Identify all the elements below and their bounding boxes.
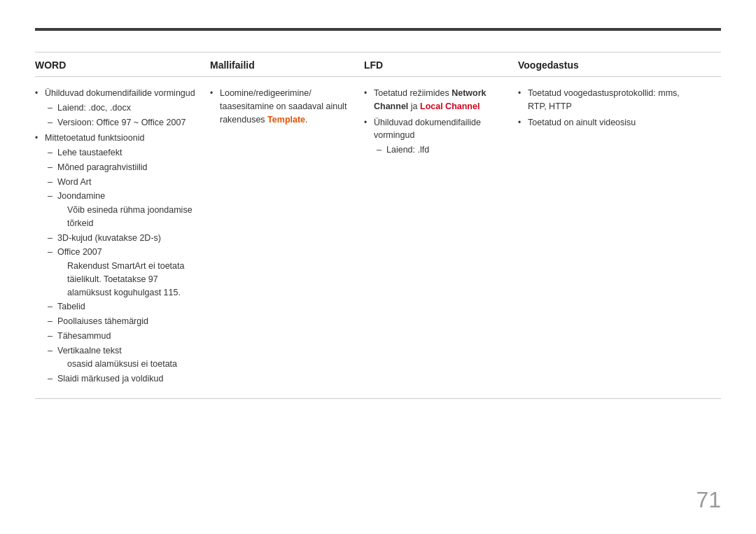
voogedastus-text-1: Toetatud voogedastusprotokollid: mms, RT… — [528, 88, 680, 111]
voogedastus-column: Toetatud voogedastusprotokollid: mms, RT… — [511, 87, 707, 388]
word-item-1-dashes: Laiend: .doc, .docx Versioon: Office 97 … — [48, 101, 196, 129]
mallifailid-column: Loomine/redigeerimine/ taasesitamine on … — [203, 87, 357, 388]
voogedastus-item-2: Toetatud on ainult videosisu — [518, 116, 700, 129]
word-dash-slaidi: Slaidi märkused ja voldikud — [48, 372, 196, 386]
mallifailid-item-1: Loomine/redigeerimine/ taasesitamine on … — [210, 87, 350, 126]
word-dash-moned: Mõned paragrahvistiilid — [48, 161, 196, 174]
lfd-text-1: Toetatud režiimides Network Channel ja L… — [374, 88, 486, 111]
lfd-bullet-list: Toetatud režiimides Network Channel ja L… — [364, 87, 504, 157]
word-dash-wordart: Word Art — [48, 176, 196, 189]
word-dash-office: Office 2007 Rakendust SmartArt ei toetat… — [48, 246, 196, 299]
mallifailid-bullet-list: Loomine/redigeerimine/ taasesitamine on … — [210, 87, 350, 126]
table-body: Ühilduvad dokumendifailide vormingud Lai… — [35, 77, 721, 399]
word-item-2: Mittetoetatud funktsioonid Lehe taustaef… — [35, 132, 196, 386]
word-dash-poollaiuses: Poollaiuses tähemärgid — [48, 315, 196, 328]
word-item-2-dashes: Lehe taustaefekt Mõned paragrahvistiilid… — [48, 146, 196, 386]
word-sub-vertikaalne: osasid alamüksusi ei toetata — [57, 358, 196, 371]
word-dash-tahesammud: Tähesammud — [48, 330, 196, 343]
col-header-voogedastus: Voogedastus — [511, 59, 707, 71]
lfd-dashes: Laiend: .lfd — [377, 143, 504, 157]
word-column: Ühilduvad dokumendifailide vormingud Lai… — [35, 87, 203, 388]
page-number: 71 — [696, 487, 721, 513]
local-channel-label: Local Channel — [420, 101, 479, 111]
lfd-item-2: Ühilduvad dokumendifailide vormingud Lai… — [364, 116, 504, 157]
word-item-1: Ühilduvad dokumendifailide vormingud Lai… — [35, 87, 196, 129]
voogedastus-item-1: Toetatud voogedastusprotokollid: mms, RT… — [518, 87, 700, 113]
word-item-1-text: Ühilduvad dokumendifailide vormingud — [45, 88, 195, 98]
word-dash-tabelid: Tabelid — [48, 300, 196, 314]
page-container: WORD Mallifailid LFD Voogedastus Ühilduv… — [0, 0, 756, 534]
word-item-2-text: Mittetoetatud funktsioonid — [45, 133, 144, 143]
template-label: Template — [267, 115, 305, 125]
lfd-item-1: Toetatud režiimides Network Channel ja L… — [364, 87, 504, 113]
word-dash-1: Laiend: .doc, .docx — [48, 101, 196, 115]
voogedastus-text-2: Toetatud on ainult videosisu — [528, 118, 636, 127]
word-dash-lehe: Lehe taustaefekt — [48, 146, 196, 160]
word-dash-joondamine: Joondamine Võib esineda rühma joondamise… — [48, 190, 196, 230]
col-header-lfd: LFD — [357, 59, 511, 71]
mallifailid-text: Loomine/redigeerimine/ taasesitamine on … — [220, 88, 346, 125]
word-dash-2: Versioon: Office 97 ~ Office 2007 — [48, 116, 196, 129]
col-header-mallifailid: Mallifailid — [203, 59, 357, 71]
word-sub-joondamine: Võib esineda rühma joondamise tõrkeid — [57, 204, 196, 230]
lfd-column: Toetatud režiimides Network Channel ja L… — [357, 87, 511, 388]
lfd-text-2: Ühilduvad dokumendifailide vormingud — [374, 118, 481, 141]
word-dash-3d: 3D-kujud (kuvatakse 2D-s) — [48, 232, 196, 245]
col-header-word: WORD — [35, 59, 203, 71]
word-bullet-list: Ühilduvad dokumendifailide vormingud Lai… — [35, 87, 196, 386]
word-sub-office: Rakendust SmartArt ei toetata täielikult… — [57, 260, 196, 299]
table-header: WORD Mallifailid LFD Voogedastus — [35, 52, 721, 77]
word-dash-vertikaalne: Vertikaalne tekst osasid alamüksusi ei t… — [48, 344, 196, 372]
lfd-dash-laiend: Laiend: .lfd — [377, 143, 504, 157]
top-bar — [35, 28, 721, 31]
table-wrapper: WORD Mallifailid LFD Voogedastus Ühilduv… — [35, 52, 721, 399]
voogedastus-bullet-list: Toetatud voogedastusprotokollid: mms, RT… — [518, 87, 700, 129]
